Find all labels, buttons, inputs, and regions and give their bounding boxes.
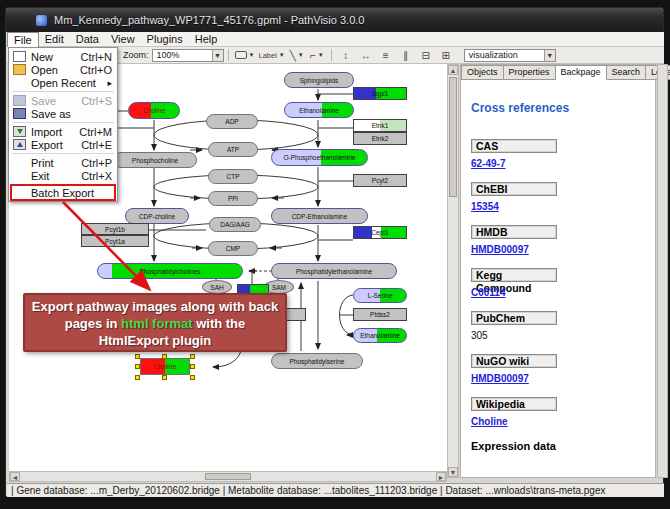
align-vertical-button[interactable]: ↕: [338, 48, 354, 62]
xref-source-name: Kegg Compound: [471, 268, 557, 282]
title-bar[interactable]: Mm_Kennedy_pathway_WP1771_45176.gpml - P…: [6, 8, 663, 32]
node-sphingolipids[interactable]: Sphingolipids: [284, 72, 354, 88]
label-tool-button[interactable]: Label▼: [258, 48, 284, 62]
stack-horizontal-button[interactable]: ≡: [378, 48, 394, 62]
xref-link[interactable]: C00114: [471, 287, 643, 298]
node-cdp-ethanolamine[interactable]: CDP-Ethanolamine: [271, 208, 368, 224]
menu-item-open[interactable]: Open Ctrl+O: [9, 63, 117, 76]
selection-handle[interactable]: [190, 354, 195, 359]
connector-tool-button[interactable]: ⌐▼: [309, 48, 325, 62]
menu-item-save-as[interactable]: Save as: [9, 107, 117, 120]
menu-help[interactable]: Help: [189, 32, 224, 47]
toolbar-separator: [228, 49, 229, 61]
node-phosphocholine[interactable]: Phosphocholine: [113, 152, 197, 168]
panel-scrollbar[interactable]: [657, 64, 668, 478]
menu-edit[interactable]: Edit: [39, 32, 70, 47]
common-size-icon: ⊟: [422, 50, 430, 61]
gene-box-etnk2[interactable]: Etnk2: [353, 132, 407, 145]
expression-data-heading: Expression data: [471, 440, 643, 452]
node-ctp[interactable]: CTP: [208, 169, 258, 184]
node-choline-top[interactable]: Choline: [128, 102, 180, 119]
xref-link[interactable]: HMDB00097: [471, 373, 643, 384]
xref-source-name: HMDB: [471, 225, 557, 239]
xref-section: CAS 62-49-7: [471, 139, 643, 169]
gene-box-pcyt1b[interactable]: Pcyt1b: [81, 223, 149, 235]
datanode-tool-button[interactable]: ▼: [235, 48, 255, 62]
menu-data[interactable]: Data: [70, 32, 105, 47]
gene-box-ptdss2[interactable]: Ptdss2: [353, 308, 407, 321]
selection-handle[interactable]: [135, 354, 140, 359]
gene-box-partial-ptdss1[interactable]: [284, 308, 306, 321]
node-phosphatidylserine[interactable]: Phosphatidylserine: [271, 353, 363, 369]
menu-item-print[interactable]: Print Ctrl+P: [9, 156, 117, 169]
xref-link[interactable]: 62-49-7: [471, 158, 643, 169]
file-menu-popup: New Ctrl+N Open Ctrl+O Open Recent ▸ Sav…: [8, 47, 118, 202]
node-phosphatidylethanolamine[interactable]: Phosphatidylethanolamine: [271, 263, 397, 279]
node-adp[interactable]: ADP: [206, 114, 258, 129]
tab-properties[interactable]: Properties: [504, 65, 556, 80]
canvas-vertical-scrollbar[interactable]: ▲ ▼: [447, 64, 459, 478]
zoom-combobox[interactable]: 100% ▼: [152, 49, 224, 62]
stack-vertical-button[interactable]: ∥: [398, 48, 414, 62]
tab-search[interactable]: Search: [607, 65, 647, 80]
node-dag-aag[interactable]: DAG/AAG: [209, 217, 261, 232]
horizontal-scroll-thumb[interactable]: [205, 473, 251, 480]
menu-item-exit[interactable]: Exit Ctrl+X: [9, 169, 117, 182]
line-tool-button[interactable]: ╲▼: [289, 48, 305, 62]
node-sah[interactable]: SAH: [202, 280, 232, 294]
xref-link[interactable]: 15354: [471, 201, 643, 212]
menu-plugins[interactable]: Plugins: [141, 32, 189, 47]
menu-item-export[interactable]: Export Ctrl+E: [9, 138, 117, 151]
menu-item-save[interactable]: Save Ctrl+S: [9, 94, 117, 107]
vertical-scroll-thumb[interactable]: [449, 77, 457, 197]
selection-handle[interactable]: [135, 364, 140, 369]
scroll-right-icon[interactable]: ►: [436, 472, 446, 481]
node-l-serine[interactable]: L-Serine: [353, 288, 407, 303]
xref-link[interactable]: Choline: [471, 416, 643, 427]
scroll-up-icon[interactable]: ▲: [448, 65, 458, 75]
common-size-button[interactable]: ⊟: [418, 48, 434, 62]
canvas-horizontal-scrollbar[interactable]: ◄ ►: [9, 471, 447, 482]
node-ethanolamine-top[interactable]: Ethanolamine: [284, 102, 354, 118]
selection-handle[interactable]: [135, 375, 140, 380]
node-cmp[interactable]: CMP: [208, 241, 258, 256]
gene-box-pcyt1a[interactable]: Pcyt1a: [81, 235, 149, 247]
node-ethanolamine-bottom[interactable]: Ethanolamine: [353, 328, 407, 343]
layout-button[interactable]: ⊞: [438, 48, 454, 62]
menu-view[interactable]: View: [105, 32, 141, 47]
xref-value: 305: [471, 330, 643, 341]
node-ppi[interactable]: PPi: [208, 191, 258, 206]
menu-item-new[interactable]: New Ctrl+N: [9, 50, 117, 63]
menu-item-open-recent[interactable]: Open Recent ▸: [9, 76, 117, 89]
node-phosphatidylcholines[interactable]: Phosphatidylcholines: [97, 263, 243, 279]
selection-handle[interactable]: [190, 375, 195, 380]
node-cdp-choline[interactable]: CDP-choline: [125, 208, 189, 224]
node-o-phosphoethanolamine[interactable]: O-Phosphoethanolamine: [271, 149, 368, 166]
selection-handle[interactable]: [190, 364, 195, 369]
scroll-left-icon[interactable]: ◄: [10, 472, 20, 481]
gene-box-pcyt2[interactable]: Pcyt2: [353, 174, 407, 187]
selection-handle[interactable]: [162, 375, 167, 380]
tab-objects[interactable]: Objects: [461, 65, 504, 80]
toolbar-separator: [331, 49, 332, 61]
xref-link[interactable]: HMDB00097: [471, 244, 643, 255]
selection-group[interactable]: Choline: [135, 354, 196, 381]
menu-item-import[interactable]: Import Ctrl+M: [9, 125, 117, 138]
gene-box-cept1[interactable]: Cept1: [353, 226, 407, 239]
gene-box-sgpl1[interactable]: Sgpl1: [353, 87, 407, 100]
visualization-combobox[interactable]: visualization ▼: [464, 49, 556, 62]
scroll-down-icon[interactable]: ▼: [448, 467, 458, 477]
menu-file[interactable]: File: [7, 32, 39, 47]
menu-separator: [12, 153, 114, 154]
tab-backpage[interactable]: Backpage: [556, 65, 607, 80]
stack-horizontal-icon: ≡: [383, 50, 389, 61]
zoom-value: 100%: [157, 50, 180, 60]
align-horizontal-button[interactable]: ↔: [358, 48, 374, 62]
node-choline-bottom-selected[interactable]: Choline: [140, 358, 190, 375]
zoom-dropdown-icon[interactable]: ▼: [212, 50, 223, 61]
selection-handle[interactable]: [162, 354, 167, 359]
visualization-dropdown-icon[interactable]: ▼: [544, 50, 555, 61]
node-atp[interactable]: ATP: [208, 142, 258, 157]
menu-separator: [12, 91, 114, 92]
gene-box-etnk1[interactable]: Etnk1: [353, 119, 407, 132]
